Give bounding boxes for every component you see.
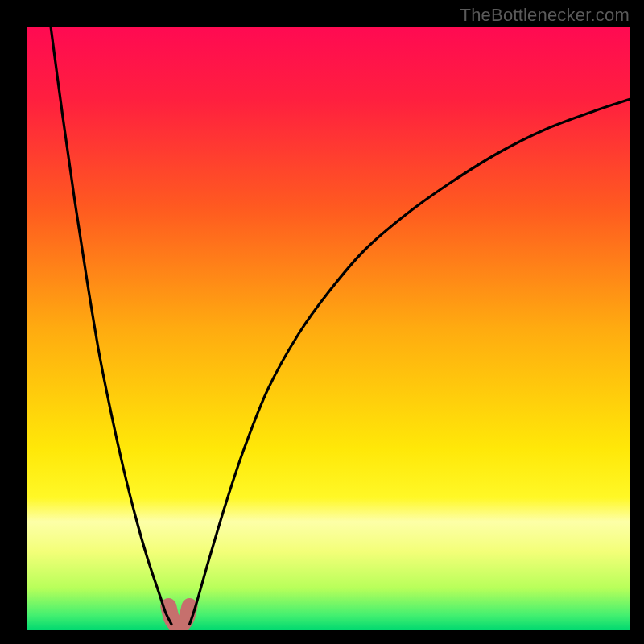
plot-area <box>27 27 630 630</box>
chart-svg <box>27 27 630 630</box>
watermark-text: TheBottlenecker.com <box>460 5 630 26</box>
chart-frame: TheBottlenecker.com <box>0 0 644 644</box>
gradient-background <box>27 27 630 630</box>
